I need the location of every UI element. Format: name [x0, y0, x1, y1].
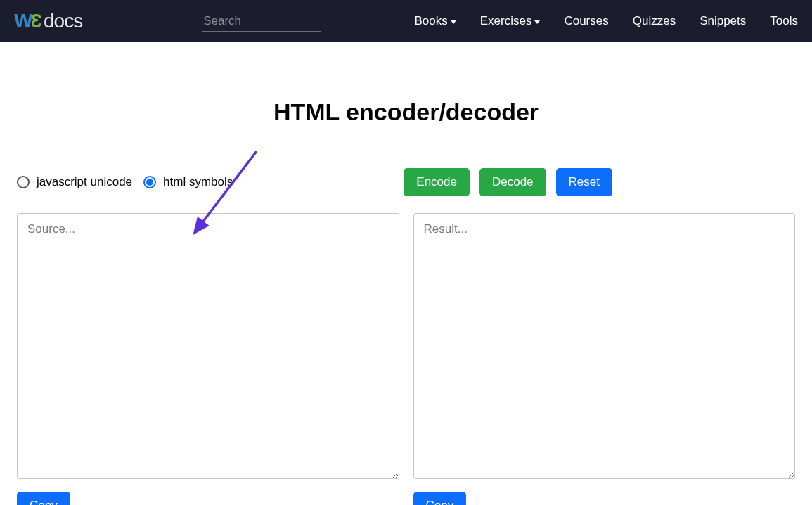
nav-exercises-label: Exercises — [480, 14, 532, 28]
logo[interactable]: W 3 docs — [14, 10, 82, 32]
chevron-down-icon — [451, 20, 456, 24]
radio-icon — [143, 176, 156, 188]
nav-tools[interactable]: Tools — [770, 14, 798, 28]
navbar: W 3 docs Books Exercises Courses Quizzes… — [0, 0, 812, 42]
result-textarea[interactable] — [413, 213, 796, 479]
main: HTML encoder/decoder javascript unicode … — [0, 98, 812, 505]
radio-dot-icon — [146, 179, 153, 186]
radio-group-mode: javascript unicode html symbols — [17, 175, 233, 189]
nav-snippets[interactable]: Snippets — [700, 14, 746, 28]
search-wrap — [202, 11, 321, 32]
action-buttons: Encode Decode Reset — [404, 168, 612, 196]
nav-books[interactable]: Books — [414, 14, 456, 28]
panes: Copy Copy — [17, 213, 795, 505]
radio-js-unicode-label: javascript unicode — [37, 175, 132, 189]
logo-w: W — [14, 10, 32, 32]
decode-button[interactable]: Decode — [479, 168, 546, 196]
nav-courses-label: Courses — [564, 14, 608, 28]
nav-quizzes-label: Quizzes — [633, 14, 676, 28]
search-input[interactable] — [202, 11, 321, 32]
chevron-down-icon — [534, 20, 540, 24]
page-title: HTML encoder/decoder — [17, 98, 795, 126]
logo-three: 3 — [32, 10, 42, 32]
nav-books-label: Books — [414, 14, 447, 28]
radio-js-unicode[interactable]: javascript unicode — [17, 175, 132, 189]
copy-source-button[interactable]: Copy — [17, 492, 70, 505]
reset-button[interactable]: Reset — [556, 168, 612, 196]
source-textarea[interactable] — [17, 213, 399, 479]
nav-exercises[interactable]: Exercises — [480, 14, 541, 28]
nav-tools-label: Tools — [770, 14, 798, 28]
radio-icon — [17, 176, 30, 188]
nav-snippets-label: Snippets — [700, 14, 746, 28]
encode-button[interactable]: Encode — [404, 168, 470, 196]
radio-html-symbols-label: html symbols — [163, 175, 233, 189]
nav-courses[interactable]: Courses — [564, 14, 608, 28]
copy-result-button[interactable]: Copy — [413, 492, 467, 505]
logo-docs: docs — [44, 10, 82, 32]
radio-html-symbols[interactable]: html symbols — [143, 175, 233, 189]
result-pane: Copy — [413, 213, 796, 505]
controls-row: javascript unicode html symbols Encode D… — [17, 168, 795, 196]
nav-links: Books Exercises Courses Quizzes Snippets… — [414, 14, 798, 28]
source-pane: Copy — [17, 213, 399, 505]
nav-quizzes[interactable]: Quizzes — [633, 14, 676, 28]
